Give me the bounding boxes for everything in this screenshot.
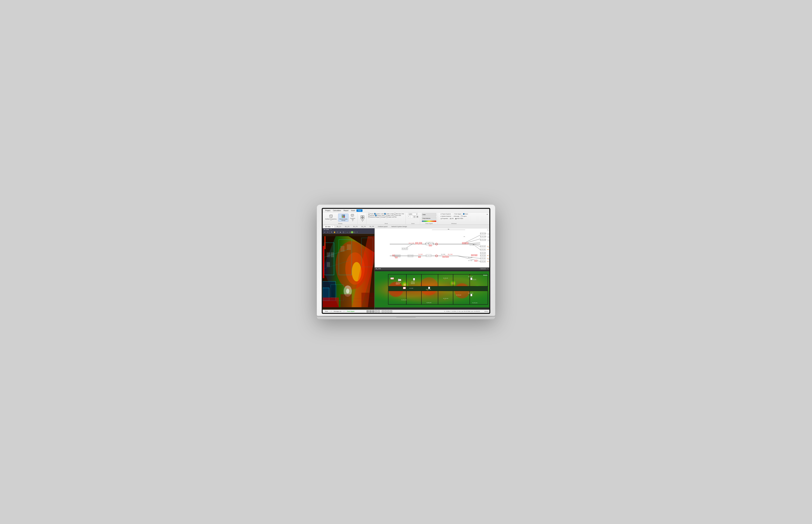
bottom-btn-9[interactable] <box>390 310 392 313</box>
building-transparency-dropdown[interactable]: ▾ <box>331 219 331 221</box>
bottom-btn-6[interactable] <box>382 310 384 313</box>
btn-properties[interactable]: ◎ Properties <box>440 218 448 219</box>
btn-plus[interactable]: + <box>356 231 359 233</box>
menu-insert[interactable]: Insert <box>350 209 356 212</box>
only-antenna-btn[interactable]: Only Antenna <box>422 217 436 220</box>
chk-cable-loss[interactable]: Cable Loss <box>385 215 393 216</box>
chk-cable-length[interactable]: ✓ Cable Length <box>384 213 394 214</box>
tab-nsd[interactable]: Network System Design <box>389 225 409 228</box>
menu-report[interactable]: Report <box>343 209 350 212</box>
bottom-btn-2[interactable] <box>369 310 371 313</box>
bottom-btn-3[interactable] <box>372 310 374 313</box>
btn-prediction-tips[interactable]: PredictionTips ▾ <box>349 213 356 222</box>
btn-tasks[interactable]: ✓ Tasks <box>462 213 468 215</box>
btn-system-explorer[interactable]: ≡ System Explorer <box>440 215 452 217</box>
zoom-reset-btn[interactable] <box>416 215 419 218</box>
btn-3d-tools3[interactable]: ◫ <box>342 231 345 233</box>
tab-3d-close[interactable]: ✕ <box>332 226 333 228</box>
menu-view[interactable]: View <box>356 209 363 212</box>
btn-select[interactable]: ✛ <box>330 231 333 233</box>
btn-grid[interactable]: Grid ▾ <box>359 215 366 223</box>
btn-pan[interactable]: 🖐 <box>333 231 336 233</box>
bottom-btn-1[interactable] <box>367 310 369 313</box>
chk-sub-view[interactable]: Sub View <box>394 215 401 216</box>
svg-rect-50 <box>362 293 375 307</box>
prediction-tips-dropdown[interactable]: ▾ <box>352 220 353 222</box>
bottom-btn-7[interactable] <box>384 310 387 313</box>
zoom-in-btn[interactable]: + <box>407 215 410 218</box>
menu-calculation[interactable]: Calculation <box>332 209 342 212</box>
chk-bird-eye-box[interactable] <box>394 213 396 214</box>
slider-3d[interactable] <box>349 232 355 233</box>
btn-undo[interactable]: ↩ <box>323 231 326 233</box>
static-btn[interactable]: Static <box>422 213 436 216</box>
chk-device-label[interactable]: ✓ Device Label <box>375 215 384 216</box>
messages-icons: ◻ ✕ <box>343 311 346 312</box>
svg-text:Downtilt:90°: Downtilt:90° <box>488 233 489 234</box>
btn-material-display[interactable]: Material DisplaySettings <box>338 214 349 222</box>
btn-project-explorer[interactable]: ≡ Project Explorer <box>440 213 451 215</box>
floor-resize[interactable]: ⤡ <box>487 268 488 269</box>
network-diagram[interactable]: 8m B1_F30_PS11 B1_F31_Src2 <box>375 228 489 267</box>
svg-text:131.4: 131.4 <box>418 257 420 258</box>
chk-bird-eye[interactable]: Bird Eye View <box>394 213 404 214</box>
chk-jumper[interactable]: Jumper <box>380 216 386 218</box>
chk-system-label-box[interactable]: ✓ <box>374 213 376 214</box>
tab-outdoor[interactable]: OutdoorLayout <box>376 225 389 228</box>
btn-message[interactable]: ○ Message <box>452 215 460 217</box>
3d-canvas <box>323 234 374 310</box>
chk-device-label-box[interactable]: ✓ <box>375 215 377 216</box>
tab-3d-view[interactable]: 3D View ✕ <box>323 225 335 228</box>
btn-point-signal[interactable]: ⋯ Point Signal <box>452 213 462 215</box>
3d-view-close[interactable]: ✕ <box>330 229 332 230</box>
zoom-fit-btn[interactable] <box>413 215 416 218</box>
svg-text:B1_F31_Src2: B1_F31_Src2 <box>402 248 407 249</box>
zoom-dropdown[interactable]: 100% ▾ <box>408 213 418 215</box>
chk-jumper-box[interactable] <box>380 216 381 218</box>
main-content: 3D View ✕ ↩ ↪ ✛ 🖐 ⬡ ◈ ◫ <box>323 228 489 310</box>
tab-b1f4[interactable]: B1_F4 <box>360 225 367 228</box>
chk-cable-length-box[interactable]: ✓ <box>384 213 386 214</box>
laptop-trackpad[interactable] <box>396 317 416 318</box>
chk-antenna-range[interactable]: Antenna Range <box>368 216 379 218</box>
zoom-out-btn[interactable]: - <box>410 215 413 218</box>
chk-power-box[interactable] <box>368 213 370 214</box>
menu-project[interactable]: Project <box>324 209 332 212</box>
chk-cable-link-box[interactable] <box>386 216 388 218</box>
btn-redo[interactable]: ↪ <box>326 231 329 233</box>
ribbon-collapse-btn[interactable]: ▲ <box>486 213 488 215</box>
slider-3d-handle[interactable] <box>351 231 353 233</box>
btn-minus[interactable]: — <box>346 231 349 233</box>
btn-layers[interactable]: Layers <box>460 215 467 217</box>
svg-text:9m /0.6dB: 9m /0.6dB <box>441 254 445 255</box>
chk-antenna-range-box[interactable] <box>368 216 370 218</box>
svg-text:122.3: 122.3 <box>462 243 465 244</box>
chk-power[interactable]: Power <box>368 213 374 214</box>
bottom-tab-point-signal[interactable]: Point Signal <box>346 310 355 312</box>
chk-cable-loss-box[interactable] <box>385 215 386 216</box>
svg-text:27.3: 27.3 <box>444 279 446 280</box>
chk-azimuth-box[interactable] <box>368 215 370 216</box>
btn-building-transparency[interactable]: Building Transparency ▾ <box>324 214 337 222</box>
bottom-btn-5[interactable] <box>378 310 380 313</box>
chk-sub-view-box[interactable] <box>394 215 395 216</box>
chk-azimuth[interactable]: Azimuth <box>368 215 375 216</box>
btn-nsd-table[interactable]: ▦ NSD Table <box>455 218 464 219</box>
bottom-tab-tasks[interactable]: Tasks <box>324 310 329 312</box>
bottom-btn-8[interactable] <box>387 310 389 313</box>
bottom-btn-4[interactable] <box>375 310 377 313</box>
show-row-3: Antenna Range Jumper Cable Link Info <box>368 216 404 218</box>
bottom-tab-messages[interactable]: Message List <box>333 310 343 312</box>
chk-cable-link[interactable]: Cable Link Info <box>386 216 397 218</box>
tab-b1f5[interactable]: B1_F5 <box>368 225 376 228</box>
btn-3d-tools2[interactable]: ◈ <box>339 231 342 233</box>
network-label[interactable]: Network <box>480 268 487 270</box>
svg-text:B1_F30_Ant9: B1_F30_Ant9 <box>480 261 485 262</box>
chk-system-label[interactable]: ✓ System Label <box>374 213 384 214</box>
tab-b1f3[interactable]: B1_F3 <box>351 225 360 228</box>
btn-3d-tools1[interactable]: ⬡ <box>336 231 339 233</box>
tab-b1f1[interactable]: B1_F1 <box>335 225 343 228</box>
tab-b1f2[interactable]: B1_F2 <box>343 225 351 228</box>
btn-3d[interactable]: 3D 3D <box>449 218 454 219</box>
network-diagram-svg: 8m B1_F30_PS11 B1_F31_Src2 <box>375 228 489 267</box>
